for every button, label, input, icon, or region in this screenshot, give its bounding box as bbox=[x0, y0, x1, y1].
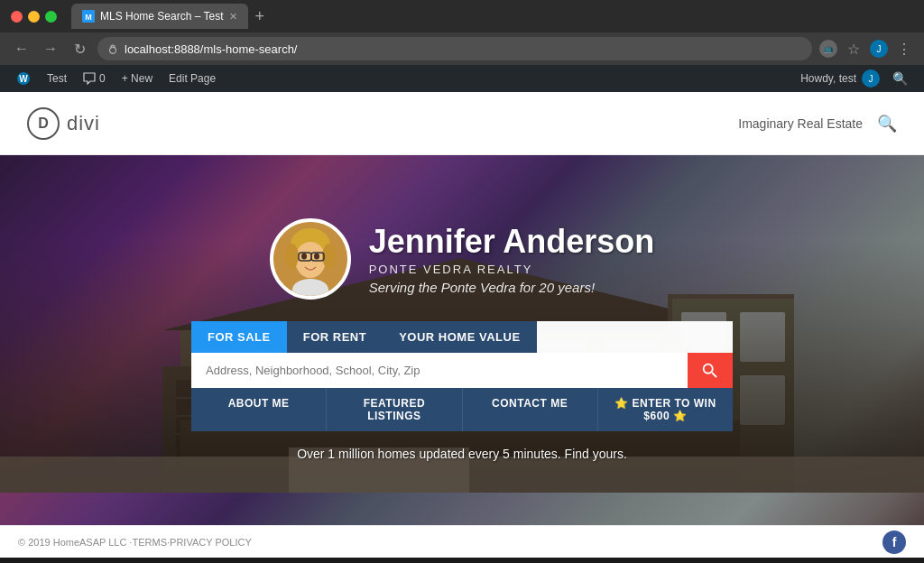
lock-icon bbox=[106, 42, 119, 55]
footer-privacy-link[interactable]: PRIVACY POLICY bbox=[170, 537, 252, 548]
howdy-section: Howdy, test J 🔍 bbox=[800, 69, 915, 88]
footer-terms-link[interactable]: TERMS bbox=[133, 537, 168, 548]
browser-chrome: M MLS Home Search – Test ✕ + ← → ↻ 📺 ☆ J… bbox=[0, 0, 924, 65]
admin-bar-edit-link[interactable]: Edit Page bbox=[162, 65, 223, 92]
svg-point-33 bbox=[284, 244, 299, 269]
wp-admin-bar: W Test 0 + New Edit Page Howdy, test J 🔍 bbox=[0, 65, 924, 92]
site-nav-realestate[interactable]: Imaginary Real Estate bbox=[738, 116, 863, 131]
nav-link-contest[interactable]: ⭐ ENTER TO WIN $600 ⭐ bbox=[598, 388, 733, 431]
hero-section: Jennifer Anderson PONTE VEDRA REALTY Ser… bbox=[0, 155, 924, 525]
wordpress-icon: W bbox=[16, 71, 31, 86]
facebook-icon-link[interactable]: f bbox=[882, 531, 906, 554]
tab-bar: M MLS Home Search – Test ✕ + bbox=[71, 4, 913, 29]
tab-home-value[interactable]: YOUR HOME VALUE bbox=[383, 321, 536, 353]
back-button[interactable]: ← bbox=[11, 38, 32, 60]
footer-copyright: © 2019 HomeASAP LLC · bbox=[18, 537, 133, 548]
search-nav-links: ABOUT ME FEATURED LISTINGS CONTACT ME ⭐ … bbox=[191, 388, 733, 431]
cast-icon: 📺 bbox=[819, 40, 837, 58]
divi-logo[interactable]: D divi bbox=[27, 107, 100, 140]
search-input[interactable] bbox=[191, 353, 688, 388]
reload-button[interactable]: ↻ bbox=[69, 38, 90, 60]
admin-bar-new-link[interactable]: + New bbox=[115, 65, 160, 92]
menu-icon[interactable]: ⋮ bbox=[895, 40, 913, 58]
user-avatar-small: J bbox=[862, 69, 880, 88]
hero-footer-text: Over 1 million homes updated every 5 min… bbox=[297, 447, 627, 461]
admin-bar-test-label: Test bbox=[47, 72, 67, 85]
traffic-lights bbox=[11, 11, 57, 23]
bookmark-icon[interactable]: ☆ bbox=[845, 40, 863, 58]
divi-logo-text: divi bbox=[67, 112, 100, 135]
new-tab-button[interactable]: + bbox=[252, 7, 269, 26]
tab-for-sale[interactable]: FOR SALE bbox=[191, 321, 287, 353]
search-icon-bar[interactable]: 🔍 bbox=[885, 71, 915, 86]
comment-icon bbox=[83, 72, 96, 85]
facebook-letter: f bbox=[892, 535, 897, 549]
site-footer: © 2019 HomeASAP LLC · TERMS · PRIVACY PO… bbox=[0, 525, 924, 558]
close-button[interactable] bbox=[11, 11, 23, 23]
minimize-button[interactable] bbox=[28, 11, 40, 23]
site-nav: Imaginary Real Estate 🔍 bbox=[738, 114, 897, 134]
address-bar[interactable] bbox=[97, 37, 812, 60]
agent-avatar bbox=[270, 218, 351, 300]
browser-nav-icons: 📺 ☆ J ⋮ bbox=[819, 40, 913, 58]
search-submit-button[interactable] bbox=[688, 353, 733, 388]
hero-footer: Over 1 million homes updated every 5 min… bbox=[297, 446, 627, 462]
tab-for-rent[interactable]: FOR RENT bbox=[287, 321, 383, 353]
tab-favicon: M bbox=[82, 10, 95, 23]
comments-count: 0 bbox=[99, 72, 106, 85]
wp-logo-link[interactable]: W bbox=[9, 65, 38, 92]
agent-name: Jennifer Anderson bbox=[369, 223, 655, 261]
nav-link-listings[interactable]: FEATURED LISTINGS bbox=[327, 388, 462, 431]
tab-title: MLS Home Search – Test bbox=[100, 10, 224, 23]
hero-content: Jennifer Anderson PONTE VEDRA REALTY Ser… bbox=[0, 218, 924, 431]
new-label: + New bbox=[122, 72, 152, 85]
divi-logo-circle: D bbox=[27, 107, 60, 140]
user-avatar: J bbox=[870, 40, 888, 58]
agent-tagline: Serving the Ponte Vedra for 20 years! bbox=[369, 280, 655, 295]
svg-text:W: W bbox=[19, 74, 28, 84]
forward-button[interactable]: → bbox=[40, 38, 61, 60]
agent-info: Jennifer Anderson PONTE VEDRA REALTY Ser… bbox=[369, 223, 655, 295]
search-input-row bbox=[191, 353, 733, 388]
tab-close-icon[interactable]: ✕ bbox=[229, 11, 237, 23]
site-header: D divi Imaginary Real Estate 🔍 bbox=[0, 92, 924, 155]
nav-link-about[interactable]: ABOUT ME bbox=[191, 388, 327, 431]
howdy-text: Howdy, test bbox=[800, 72, 856, 85]
search-submit-icon bbox=[700, 361, 720, 381]
nav-link-contact[interactable]: CONTACT ME bbox=[463, 388, 598, 431]
active-tab[interactable]: M MLS Home Search – Test ✕ bbox=[71, 4, 248, 29]
admin-bar-comments-link[interactable]: 0 bbox=[76, 65, 113, 92]
url-input[interactable] bbox=[125, 42, 803, 56]
admin-bar-test-link[interactable]: Test bbox=[40, 65, 74, 92]
svg-text:M: M bbox=[85, 13, 92, 22]
edit-label: Edit Page bbox=[169, 72, 216, 85]
search-widget: FOR SALE FOR RENT YOUR HOME VALUE ABOUT … bbox=[191, 321, 733, 431]
browser-titlebar: M MLS Home Search – Test ✕ + bbox=[0, 0, 924, 32]
svg-point-35 bbox=[301, 254, 307, 260]
agent-profile: Jennifer Anderson PONTE VEDRA REALTY Ser… bbox=[0, 218, 924, 300]
maximize-button[interactable] bbox=[45, 11, 57, 23]
browser-nav-bar: ← → ↻ 📺 ☆ J ⋮ bbox=[0, 32, 924, 65]
site-search-button[interactable]: 🔍 bbox=[877, 114, 897, 134]
search-tabs: FOR SALE FOR RENT YOUR HOME VALUE bbox=[191, 321, 733, 353]
agent-company: PONTE VEDRA REALTY bbox=[369, 263, 655, 276]
svg-point-36 bbox=[314, 254, 319, 260]
